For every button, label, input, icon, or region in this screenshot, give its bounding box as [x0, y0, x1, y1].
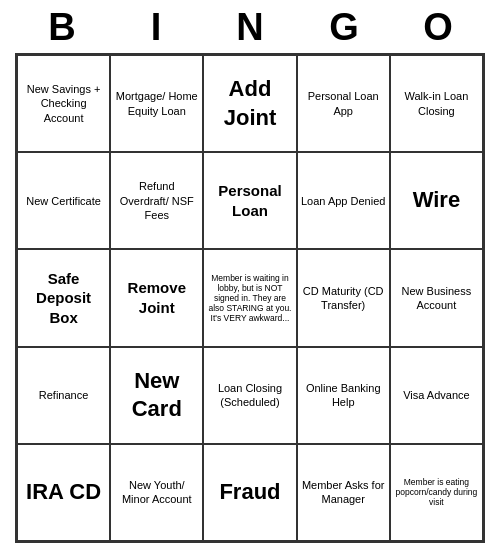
bingo-cell-10: Safe Deposit Box: [17, 249, 110, 346]
bingo-title: BINGO: [15, 0, 485, 53]
bingo-cell-7: Personal Loan: [203, 152, 296, 249]
bingo-cell-21: New Youth/ Minor Account: [110, 444, 203, 541]
bingo-cell-19: Visa Advance: [390, 347, 483, 444]
bingo-cell-1: Mortgage/ Home Equity Loan: [110, 55, 203, 152]
bingo-cell-9: Wire: [390, 152, 483, 249]
bingo-cell-23: Member Asks for Manager: [297, 444, 390, 541]
bingo-letter-i: I: [116, 6, 196, 49]
bingo-cell-15: Refinance: [17, 347, 110, 444]
bingo-letter-n: N: [210, 6, 290, 49]
bingo-cell-12: Member is waiting in lobby, but is NOT s…: [203, 249, 296, 346]
bingo-cell-5: New Certificate: [17, 152, 110, 249]
bingo-grid: New Savings + Checking AccountMortgage/ …: [15, 53, 485, 543]
bingo-cell-3: Personal Loan App: [297, 55, 390, 152]
bingo-cell-18: Online Banking Help: [297, 347, 390, 444]
bingo-cell-13: CD Maturity (CD Transfer): [297, 249, 390, 346]
bingo-cell-6: Refund Overdraft/ NSF Fees: [110, 152, 203, 249]
bingo-letter-o: O: [398, 6, 478, 49]
bingo-cell-0: New Savings + Checking Account: [17, 55, 110, 152]
bingo-cell-8: Loan App Denied: [297, 152, 390, 249]
bingo-cell-11: Remove Joint: [110, 249, 203, 346]
bingo-letter-b: B: [22, 6, 102, 49]
bingo-cell-16: New Card: [110, 347, 203, 444]
bingo-letter-g: G: [304, 6, 384, 49]
bingo-cell-4: Walk-in Loan Closing: [390, 55, 483, 152]
bingo-cell-17: Loan Closing (Scheduled): [203, 347, 296, 444]
bingo-cell-20: IRA CD: [17, 444, 110, 541]
bingo-cell-2: Add Joint: [203, 55, 296, 152]
bingo-cell-24: Member is eating popcorn/candy during vi…: [390, 444, 483, 541]
bingo-cell-14: New Business Account: [390, 249, 483, 346]
bingo-cell-22: Fraud: [203, 444, 296, 541]
